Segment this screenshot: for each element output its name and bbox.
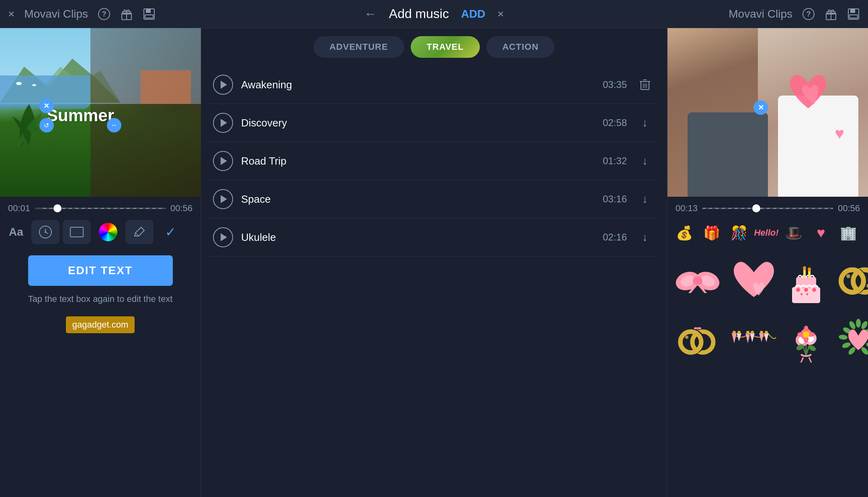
save-icon-left: [143, 8, 156, 20]
stickers-toolbar: 💰 🎁 🎊 Hello! 🎩 ♥ 🏢 🕶️ 👍 😊 ✓: [667, 217, 868, 249]
play-button-ukulele[interactable]: [213, 227, 233, 247]
timeline-start-right: 00:13: [676, 203, 698, 214]
back-button[interactable]: ←: [364, 6, 377, 21]
sticker-cell-banner[interactable]: [728, 313, 780, 369]
pencil-tool[interactable]: [125, 220, 154, 244]
sticker-tool-building[interactable]: 🏢: [835, 220, 861, 246]
svg-line-23: [135, 233, 139, 236]
svg-text:♥: ♥: [800, 291, 803, 297]
frame-tool[interactable]: [63, 220, 91, 244]
text-resize-handle[interactable]: ↔: [107, 118, 121, 132]
download-icon-ukulele: ↓: [642, 231, 648, 244]
tab-adventure[interactable]: ADVENTURE: [313, 36, 404, 58]
download-icon-space: ↓: [642, 193, 648, 206]
svg-point-55: [685, 336, 688, 339]
timeline-track-left[interactable]: [35, 208, 166, 209]
sticker-tool-hat[interactable]: 🎩: [781, 220, 807, 246]
edit-text-button[interactable]: EDIT TEXT: [28, 255, 173, 286]
sticker-close-handle[interactable]: ✕: [753, 100, 768, 115]
tab-travel[interactable]: TRAVEL: [411, 36, 480, 58]
svg-point-35: [693, 276, 702, 286]
svg-point-68: [765, 331, 768, 334]
sticker-tool-money[interactable]: 💰: [671, 220, 697, 246]
text-close-handle[interactable]: ✕: [39, 99, 54, 113]
colors-circle: [99, 223, 117, 241]
music-item-awakening: Awakening 03:35: [209, 66, 659, 104]
play-triangle-ukulele: [221, 233, 227, 241]
font-button[interactable]: Aa: [4, 222, 28, 242]
svg-point-86: [841, 342, 852, 349]
sticker-cell-heart[interactable]: [728, 253, 780, 309]
watermark: gagadget.com: [66, 316, 135, 333]
sticker-tool-confetti[interactable]: 🎊: [726, 220, 752, 246]
track-action-awakening[interactable]: [635, 78, 655, 91]
play-button-discovery[interactable]: [213, 113, 233, 133]
track-duration-roadtrip: 01:32: [595, 155, 627, 167]
svg-point-65: [746, 331, 749, 334]
sticker-tool-hello[interactable]: Hello!: [753, 220, 779, 246]
svg-marker-62: [764, 333, 769, 342]
sticker-cell-bouquet[interactable]: [784, 313, 828, 369]
gift-icon-right: [825, 8, 837, 20]
help-button-left[interactable]: ?: [98, 8, 111, 20]
gift-icon-left: [120, 8, 133, 20]
sticker-tool-heart[interactable]: ♥: [808, 220, 834, 246]
tab-action[interactable]: ACTION: [486, 36, 555, 58]
svg-point-38: [796, 288, 800, 292]
sticker-cell-rings[interactable]: [832, 253, 868, 309]
gift-button-left[interactable]: [120, 8, 133, 20]
download-icon-roadtrip: ↓: [642, 155, 648, 167]
svg-point-50: [846, 274, 850, 278]
svg-text:?: ?: [807, 10, 811, 18]
save-button-right[interactable]: [847, 8, 860, 20]
track-action-ukulele[interactable]: ↓: [635, 231, 655, 244]
sticker-cell-wreath-heart[interactable]: [832, 313, 868, 369]
add-music-button[interactable]: ADD: [461, 8, 485, 20]
svg-text:♥: ♥: [806, 291, 809, 297]
small-heart-sticker: ♥: [835, 124, 844, 143]
close-button-left[interactable]: ×: [8, 8, 14, 20]
svg-marker-60: [750, 333, 755, 342]
toolbar-left: Aa: [0, 217, 201, 247]
text-overlay[interactable]: ✕ Summer ↺ ↔: [47, 106, 114, 125]
track-action-space[interactable]: ↓: [635, 193, 655, 206]
sticker-tool-gift[interactable]: 🎁: [699, 220, 725, 246]
track-name-ukulele: Ukulele: [241, 231, 587, 244]
sticker-cell-bow[interactable]: [671, 253, 724, 309]
banner-sticker-svg: [728, 321, 780, 361]
play-triangle-awakening: [221, 81, 227, 89]
svg-marker-61: [759, 333, 764, 342]
track-action-discovery[interactable]: ↓: [635, 116, 655, 129]
text-rotate-handle[interactable]: ↺: [39, 118, 54, 132]
play-button-space[interactable]: [213, 189, 233, 209]
question-icon-left: ?: [98, 8, 111, 20]
play-button-awakening[interactable]: [213, 75, 233, 95]
confirm-button-left[interactable]: ✓: [157, 220, 185, 244]
rings-sticker-svg: [832, 261, 868, 301]
svg-line-24: [141, 227, 144, 230]
save-icon-right: [847, 8, 860, 20]
timeline-dashes-right: [702, 208, 833, 209]
help-button-right[interactable]: ?: [802, 8, 815, 20]
main-content: ✕ Summer ↺ ↔ 00:01 00:56 Aa: [0, 28, 868, 497]
timeline-scrubber-right[interactable]: [752, 204, 760, 212]
gift-button-right[interactable]: [825, 8, 837, 20]
play-button-roadtrip[interactable]: [213, 151, 233, 171]
sticker-cell-cake[interactable]: ♥ ♥: [784, 253, 828, 309]
colors-tool[interactable]: [94, 220, 122, 244]
sticker-cell-rings2[interactable]: [671, 313, 724, 369]
couple-background: [667, 28, 868, 197]
music-list: Awakening 03:35: [201, 62, 667, 497]
clock-tool[interactable]: [31, 220, 59, 244]
track-action-roadtrip[interactable]: ↓: [635, 155, 655, 167]
save-button-left[interactable]: [143, 8, 156, 20]
svg-rect-41: [803, 269, 806, 278]
heart-sticker-overlay[interactable]: ✕ ↺ ↔: [784, 68, 832, 118]
timeline-scrubber-left[interactable]: [53, 204, 61, 212]
app-title-left: Movavi Clips: [24, 8, 88, 20]
close-button-center[interactable]: ×: [497, 8, 504, 20]
sticker-grid: ♥ ♥: [667, 249, 868, 497]
timeline-track-right[interactable]: [702, 208, 833, 209]
sticker-tool-glasses[interactable]: 🕶️: [863, 220, 868, 246]
top-bar-center: ← Add music ADD ×: [209, 6, 659, 21]
